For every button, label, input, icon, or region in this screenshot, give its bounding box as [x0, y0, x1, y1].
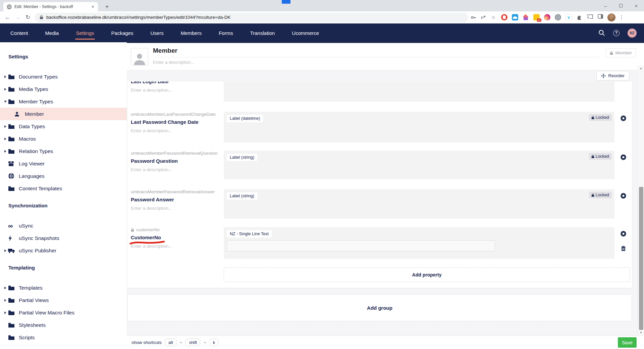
nav-settings[interactable]: Settings	[75, 23, 95, 42]
caret-right-icon[interactable]	[3, 287, 8, 289]
nav-ucommerce[interactable]: Ucommerce	[291, 23, 320, 42]
caret-down-icon[interactable]	[3, 101, 8, 103]
property-editor-panel	[224, 82, 614, 102]
nav-members[interactable]: Members	[180, 23, 203, 42]
property-description[interactable]: Enter a description...	[131, 206, 219, 211]
sidebar-item-scripts[interactable]: Scripts	[0, 331, 127, 344]
sidebar-item-templates[interactable]: Templates	[0, 282, 127, 294]
cast-icon[interactable]	[587, 14, 593, 20]
cloud-icon[interactable]	[512, 14, 518, 20]
property-name[interactable]: Last Password Change Date	[131, 119, 199, 125]
vertical-scrollbar[interactable]: ▲ ▼	[638, 65, 644, 336]
nav-content[interactable]: Content	[10, 23, 29, 42]
show-shortcuts-link[interactable]: show shortcuts	[131, 340, 162, 345]
user-avatar[interactable]: NZ	[628, 29, 637, 38]
save-button[interactable]: Save	[618, 337, 637, 348]
document-description-input[interactable]: Enter a description...	[153, 60, 644, 65]
caret-right-icon[interactable]	[3, 125, 8, 128]
caret-right-icon[interactable]	[3, 249, 8, 252]
property-name[interactable]: Password Question	[131, 158, 178, 164]
sidebar-item-macros[interactable]: Macros	[0, 133, 127, 145]
tab-close-icon[interactable]: ×	[91, 4, 95, 9]
nav-translation[interactable]: Translation	[250, 23, 276, 42]
search-icon[interactable]	[598, 30, 605, 36]
new-tab-button[interactable]: +	[103, 3, 111, 11]
address-bar[interactable]: backoffice.nozebrabaseline.dk/umbraco#/s…	[35, 13, 468, 22]
property-description[interactable]: Enter a description...	[131, 88, 219, 93]
nav-users[interactable]: Users	[150, 23, 164, 42]
home-icon[interactable]	[523, 14, 529, 20]
caret-right-icon[interactable]	[3, 299, 8, 302]
gray-app-icon[interactable]	[555, 14, 561, 20]
side-panel-icon[interactable]	[598, 14, 604, 20]
property-description[interactable]: Enter a description...	[131, 167, 219, 172]
minimize-button[interactable]: –	[598, 0, 613, 11]
sidebar-item-relation-types[interactable]: Relation Types	[0, 145, 127, 157]
help-icon[interactable]: ?	[613, 30, 620, 36]
property-actions	[614, 82, 632, 82]
browser-profile-avatar[interactable]	[607, 13, 615, 21]
extensions-puzzle-icon[interactable]	[576, 14, 583, 20]
vimeo-icon[interactable]: v	[566, 14, 572, 20]
trash-icon[interactable]	[621, 246, 626, 251]
password-key-icon[interactable]	[468, 15, 478, 20]
caret-right-icon[interactable]	[3, 88, 8, 91]
photo-app-icon[interactable]	[544, 14, 550, 20]
bookmark-star-icon[interactable]: ☆	[488, 14, 498, 20]
member-type-avatar[interactable]	[131, 48, 148, 65]
scroll-down-arrow[interactable]: ▼	[638, 331, 644, 334]
sidebar-item-member[interactable]: Member	[0, 108, 127, 120]
sidebar-item-usync-publisher[interactable]: uSync Publisher	[0, 244, 127, 257]
sidebar-item-partial-views[interactable]: Partial Views	[0, 294, 127, 306]
property-alias: umbracoMemberPasswordRetrievalQuestion	[131, 151, 219, 156]
plus-separator: +	[204, 340, 206, 345]
sidebar-item-member-types[interactable]: Member Types	[0, 95, 127, 108]
add-group-button[interactable]: Add group	[127, 294, 632, 321]
gear-icon[interactable]	[620, 231, 627, 237]
browser-tab[interactable]: Edit: Member - Settings - backoff ×	[3, 2, 98, 11]
share-icon[interactable]	[478, 15, 488, 20]
reorder-button[interactable]: Reorder	[596, 71, 629, 81]
nav-media[interactable]: Media	[45, 23, 60, 42]
sidebar-item-languages[interactable]: Languages	[0, 170, 127, 182]
property-name[interactable]: Password Answer	[131, 197, 174, 203]
scroll-up-arrow[interactable]: ▲	[638, 67, 644, 70]
caret-right-icon[interactable]	[3, 76, 8, 78]
nav-forms[interactable]: Forms	[218, 23, 234, 42]
scrollbar-thumb[interactable]	[639, 187, 643, 330]
add-property-button[interactable]: Add property	[224, 267, 630, 282]
caret-right-icon[interactable]	[3, 138, 8, 140]
reload-button[interactable]: ↻	[23, 14, 33, 21]
nav-packages[interactable]: Packages	[111, 23, 134, 42]
property-name[interactable]: Last Login Date	[131, 82, 169, 85]
sidebar-item-content-templates[interactable]: Content Templates	[0, 182, 127, 195]
gear-icon[interactable]	[620, 193, 627, 199]
url-text[interactable]: backoffice.nozebrabaseline.dk/umbraco#/s…	[46, 15, 230, 20]
close-window-button[interactable]: ×	[629, 0, 644, 11]
sidebar-item-log-viewer[interactable]: Log Viewer	[0, 157, 127, 170]
caret-right-icon[interactable]	[3, 150, 8, 153]
single-line-text-input[interactable]	[227, 240, 495, 251]
property-description[interactable]: Enter a description...	[131, 128, 219, 133]
property-actions	[614, 227, 632, 251]
sidebar-item-media-types[interactable]: Media Types	[0, 83, 127, 95]
sidebar-item-usync-snapshots[interactable]: uSync Snapshots	[0, 232, 127, 244]
gear-icon[interactable]	[620, 115, 627, 121]
sidebar-item-usync[interactable]: ∞ uSync	[0, 219, 127, 232]
gear-icon[interactable]	[620, 154, 627, 160]
maximize-button[interactable]	[613, 0, 629, 11]
sidebar-item-document-types[interactable]: Document Types	[0, 70, 127, 83]
caret-right-icon[interactable]	[3, 311, 8, 314]
sidebar-item-partial-view-macro-files[interactable]: Partial View Macro Files	[0, 306, 127, 319]
property-name[interactable]: CustomerNo	[131, 235, 161, 241]
sidebar-item-stylesheets[interactable]: Stylesheets	[0, 319, 127, 331]
sidebar-item-data-types[interactable]: Data Types	[0, 120, 127, 133]
sidebar-item-label: uSync Publisher	[19, 248, 56, 254]
calendar-badge-icon[interactable]: 12	[533, 14, 540, 20]
adblock-icon[interactable]	[501, 14, 507, 20]
browser-menu-icon[interactable]: ⋮	[618, 14, 625, 20]
forward-button[interactable]: →	[13, 14, 23, 21]
property-description[interactable]: Enter a description...	[131, 244, 219, 249]
back-button[interactable]: ←	[3, 14, 13, 21]
document-title-input[interactable]: Member	[153, 47, 599, 57]
